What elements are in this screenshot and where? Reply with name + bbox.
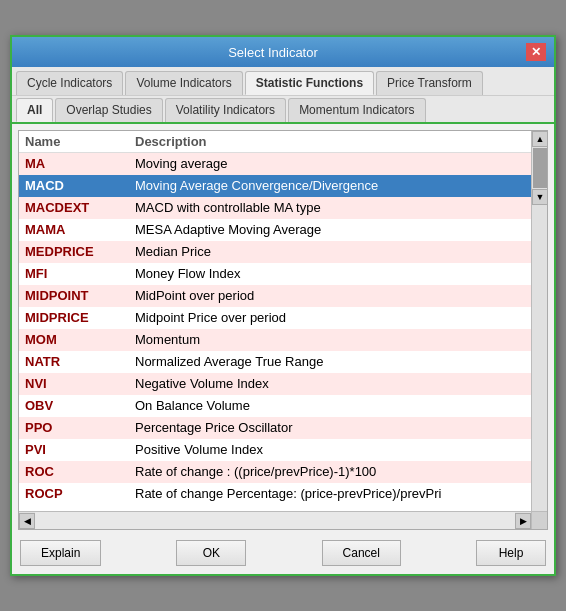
tab-volume-indicators[interactable]: Volume Indicators (125, 71, 242, 95)
hscroll-left-button[interactable]: ◀ (19, 513, 35, 529)
table-row[interactable]: MACDEXTMACD with controllable MA type (19, 197, 547, 219)
row-description: Percentage Price Oscillator (135, 420, 541, 435)
row-description: Midpoint Price over period (135, 310, 541, 325)
tab-price-transform[interactable]: Price Transform (376, 71, 483, 95)
scroll-thumb[interactable] (533, 148, 547, 188)
hscroll-right-button[interactable]: ▶ (515, 513, 531, 529)
tab-statistic-functions[interactable]: Statistic Functions (245, 71, 374, 95)
table-row[interactable]: MAMoving average (19, 153, 547, 175)
row-name: MACDEXT (25, 200, 135, 215)
row-description: MESA Adaptive Moving Average (135, 222, 541, 237)
tab-row-1: Cycle Indicators Volume Indicators Stati… (12, 67, 554, 96)
row-description: MACD with controllable MA type (135, 200, 541, 215)
row-description: Negative Volume Index (135, 376, 541, 391)
dialog-title: Select Indicator (20, 45, 526, 60)
row-name: PPO (25, 420, 135, 435)
row-name: MACD (25, 178, 135, 193)
table-row[interactable]: MACDMoving Average Convergence/Divergenc… (19, 175, 547, 197)
row-name: ROC (25, 464, 135, 479)
row-name: NVI (25, 376, 135, 391)
row-description: Rate of change Percentage: (price-prevPr… (135, 486, 541, 501)
table-row[interactable]: ROCPRate of change Percentage: (price-pr… (19, 483, 547, 505)
explain-button[interactable]: Explain (20, 540, 101, 566)
row-name: PVI (25, 442, 135, 457)
row-description: Rate of change : ((price/prevPrice)-1)*1… (135, 464, 541, 479)
tab-all[interactable]: All (16, 98, 53, 122)
tab-row-2: All Overlap Studies Volatility Indicator… (12, 96, 554, 124)
row-description: Moving average (135, 156, 541, 171)
row-description: Positive Volume Index (135, 442, 541, 457)
row-description: Normalized Average True Range (135, 354, 541, 369)
row-description: On Balance Volume (135, 398, 541, 413)
tab-cycle-indicators[interactable]: Cycle Indicators (16, 71, 123, 95)
table-row[interactable]: NVINegative Volume Index (19, 373, 547, 395)
table-row[interactable]: ROCRate of change : ((price/prevPrice)-1… (19, 461, 547, 483)
row-name: MIDPRICE (25, 310, 135, 325)
row-name: MAMA (25, 222, 135, 237)
row-name: OBV (25, 398, 135, 413)
indicator-table: Name Description MAMoving averageMACDMov… (18, 130, 548, 530)
table-row[interactable]: MIDPRICEMidpoint Price over period (19, 307, 547, 329)
tab-overlap-studies[interactable]: Overlap Studies (55, 98, 162, 122)
tab-volatility-indicators[interactable]: Volatility Indicators (165, 98, 286, 122)
table-row[interactable]: MFIMoney Flow Index (19, 263, 547, 285)
ok-button[interactable]: OK (176, 540, 246, 566)
vertical-scrollbar[interactable]: ▲ ▼ (531, 131, 547, 511)
table-row[interactable]: MEDPRICEMedian Price (19, 241, 547, 263)
row-name: NATR (25, 354, 135, 369)
row-name: MIDPOINT (25, 288, 135, 303)
col-header-name: Name (25, 134, 135, 149)
table-header: Name Description (19, 131, 547, 153)
close-button[interactable]: ✕ (526, 43, 546, 61)
cancel-button[interactable]: Cancel (322, 540, 401, 566)
button-row: Explain OK Cancel Help (12, 534, 554, 574)
table-row[interactable]: PPOPercentage Price Oscillator (19, 417, 547, 439)
select-indicator-dialog: Select Indicator ✕ Cycle Indicators Volu… (10, 35, 556, 576)
table-row[interactable]: MIDPOINTMidPoint over period (19, 285, 547, 307)
row-description: Moving Average Convergence/Divergence (135, 178, 541, 193)
scroll-up-button[interactable]: ▲ (532, 131, 548, 147)
row-name: MA (25, 156, 135, 171)
table-row[interactable]: MOMMomentum (19, 329, 547, 351)
table-body: MAMoving averageMACDMoving Average Conve… (19, 153, 547, 509)
horizontal-scrollbar[interactable]: ◀ ▶ (19, 511, 531, 529)
row-description: Median Price (135, 244, 541, 259)
hscroll-track[interactable] (35, 512, 515, 529)
scrollbar-corner (531, 511, 547, 529)
row-name: MEDPRICE (25, 244, 135, 259)
col-header-description: Description (135, 134, 541, 149)
row-description: MidPoint over period (135, 288, 541, 303)
table-row[interactable]: NATRNormalized Average True Range (19, 351, 547, 373)
row-name: MFI (25, 266, 135, 281)
table-row[interactable]: OBVOn Balance Volume (19, 395, 547, 417)
row-description: Momentum (135, 332, 541, 347)
table-row[interactable]: PVIPositive Volume Index (19, 439, 547, 461)
row-description: Money Flow Index (135, 266, 541, 281)
tab-momentum-indicators[interactable]: Momentum Indicators (288, 98, 425, 122)
help-button[interactable]: Help (476, 540, 546, 566)
table-row[interactable]: MAMAMESA Adaptive Moving Average (19, 219, 547, 241)
scroll-down-button[interactable]: ▼ (532, 189, 548, 205)
title-bar: Select Indicator ✕ (12, 37, 554, 67)
row-name: ROCP (25, 486, 135, 501)
row-name: MOM (25, 332, 135, 347)
